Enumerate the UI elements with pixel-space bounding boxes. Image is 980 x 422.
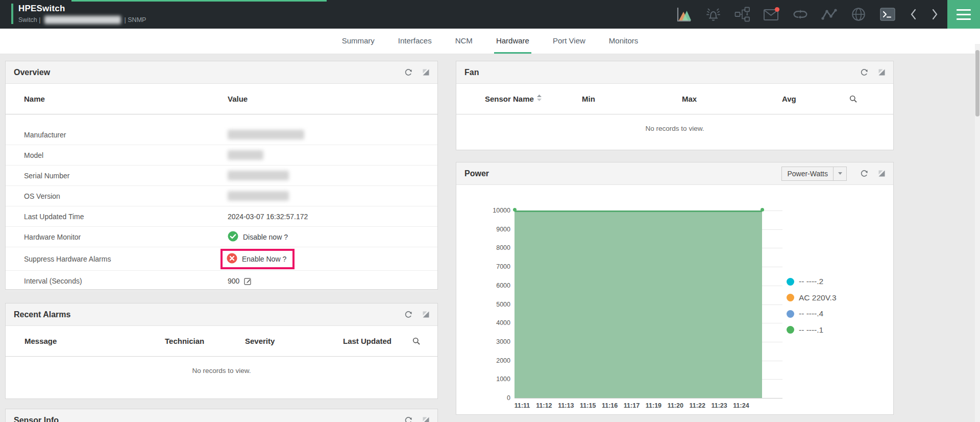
sort-icon[interactable]: [537, 95, 542, 103]
sensor-info-panel: Sensor Info: [5, 409, 438, 422]
tab-hardware[interactable]: Hardware: [494, 29, 531, 54]
area-series: [514, 210, 762, 398]
column-header-severity[interactable]: Severity: [245, 337, 343, 345]
x-axis-tick: 11:16: [602, 402, 618, 409]
fan-panel-title: Fan: [464, 68, 479, 77]
legend-label: -- ----.4: [799, 309, 823, 318]
search-icon[interactable]: [849, 95, 860, 103]
overview-panel-title: Overview: [14, 68, 50, 77]
highlight-box: Enable Now ?: [220, 249, 295, 269]
tab-port-view[interactable]: Port View: [551, 29, 587, 54]
device-tabs: SummaryInterfacesNCMHardwarePort ViewMon…: [0, 29, 980, 54]
search-icon[interactable]: [412, 337, 423, 345]
column-header-technician[interactable]: Technician: [165, 337, 245, 345]
expand-icon[interactable]: [423, 311, 429, 318]
chevron-left-icon[interactable]: [908, 6, 918, 23]
expand-icon[interactable]: [423, 69, 429, 76]
column-header-avg[interactable]: Avg: [782, 95, 849, 103]
column-header-min[interactable]: Min: [582, 95, 682, 103]
power-metric-dropdown[interactable]: Power-Watts: [781, 167, 847, 181]
row-label: Serial Number: [24, 172, 228, 180]
performance-chart-icon[interactable]: [675, 6, 693, 23]
row-value: 900: [228, 277, 239, 285]
alarm-bell-icon[interactable]: [704, 6, 722, 23]
power-panel: Power Power-Watts 0100020003000400050006…: [456, 162, 894, 415]
column-header-max[interactable]: Max: [682, 95, 782, 103]
top-bar: HPESwitch Switch | | SNMP: [0, 0, 980, 29]
mail-icon[interactable]: [763, 6, 780, 23]
tab-ncm[interactable]: NCM: [453, 29, 475, 54]
x-axis-tick: 11:19: [646, 402, 662, 409]
device-protocol-label: | SNMP: [125, 16, 146, 24]
gridline: [514, 398, 782, 398]
power-panel-title: Power: [464, 169, 489, 178]
refresh-icon[interactable]: [404, 416, 412, 422]
loading-progress-bar: [71, 0, 327, 2]
tab-summary[interactable]: Summary: [340, 29, 377, 54]
legend-item-4[interactable]: -- ----.4: [787, 309, 823, 318]
tab-interfaces[interactable]: Interfaces: [396, 29, 434, 54]
y-axis-tick: 1000: [484, 376, 510, 383]
device-title: HPESwitch: [18, 4, 146, 14]
column-header-sensor-name[interactable]: Sensor Name: [485, 95, 582, 103]
edit-icon[interactable]: [244, 277, 252, 285]
overview-row-hardware-monitor: Hardware MonitorDisable now ?: [6, 227, 437, 247]
legend-item-1[interactable]: -- ----.1: [787, 325, 823, 335]
column-header-message[interactable]: Message: [24, 337, 165, 345]
enable-now-link[interactable]: Enable Now ?: [242, 255, 286, 263]
x-axis-tick: 11:22: [690, 402, 705, 409]
expand-icon[interactable]: [423, 417, 429, 422]
y-axis-tick: 8000: [484, 244, 510, 251]
status-off-icon: [227, 253, 237, 265]
refresh-icon[interactable]: [404, 68, 412, 77]
workflow-icon[interactable]: [733, 6, 751, 23]
x-axis-tick: 11:13: [558, 402, 574, 409]
disable-now-link[interactable]: Disable now ?: [243, 233, 288, 241]
column-header-last-updated[interactable]: Last Updated: [343, 337, 412, 345]
refresh-icon[interactable]: [404, 311, 412, 319]
expand-icon[interactable]: [878, 170, 885, 177]
overview-row-model: Model: [6, 145, 437, 166]
recent-alarms-panel: Recent Alarms MessageTechnicianSeverityL…: [5, 303, 438, 399]
scrollbar-thumb[interactable]: [975, 50, 979, 116]
x-axis-tick: 11:24: [733, 402, 749, 409]
refresh-icon[interactable]: [860, 170, 868, 178]
expand-icon[interactable]: [878, 69, 885, 76]
pulse-icon[interactable]: [821, 6, 838, 23]
tab-monitors[interactable]: Monitors: [607, 29, 641, 54]
y-axis-tick: 2000: [484, 357, 510, 364]
x-axis-tick: 11:23: [711, 402, 727, 409]
recent-alarms-panel-title: Recent Alarms: [14, 310, 70, 319]
terminal-icon[interactable]: [879, 6, 896, 23]
y-axis-tick: 6000: [484, 282, 510, 289]
refresh-icon[interactable]: [860, 68, 868, 77]
power-chart: 0100020003000400050006000700080009000100…: [456, 185, 893, 414]
row-label: Manufacturer: [24, 131, 228, 139]
row-label: Last Updated Time: [24, 213, 228, 221]
sync-loop-icon[interactable]: [792, 6, 809, 23]
vertical-scrollbar[interactable]: [975, 44, 980, 422]
overview-row-manufacturer: Manufacturer: [6, 125, 437, 145]
overview-row-serial-number: Serial Number: [6, 166, 437, 186]
legend-item-2[interactable]: -- ----.2: [787, 277, 823, 286]
menu-icon[interactable]: [947, 0, 980, 29]
legend-dot: [787, 294, 794, 301]
x-axis-tick: 11:20: [668, 402, 683, 409]
y-axis-tick: 10000: [484, 207, 510, 214]
overview-col-value: Value: [228, 95, 422, 103]
fan-empty-text: No records to view.: [456, 125, 893, 132]
data-point-dot: [513, 208, 517, 212]
legend-label: -- ----.1: [799, 325, 823, 335]
sensor-info-panel-title: Sensor Info: [14, 416, 59, 422]
legend-label: -- ----.2: [799, 277, 823, 286]
y-axis-tick: 5000: [484, 301, 510, 308]
y-axis-tick: 0: [484, 394, 510, 402]
recent-alarms-empty-text: No records to view.: [6, 367, 437, 374]
globe-icon[interactable]: [850, 6, 867, 23]
chevron-right-icon[interactable]: [930, 6, 940, 23]
legend-item-ac-220v-3[interactable]: AC 220V.3: [787, 293, 837, 302]
row-label: OS Version: [24, 192, 228, 200]
overview-row-last-updated-time: Last Updated Time2024-03-07 16:32:57.172: [6, 206, 437, 227]
brand-accent-bar: [11, 4, 13, 24]
row-value: 2024-03-07 16:32:57.172: [228, 213, 308, 221]
